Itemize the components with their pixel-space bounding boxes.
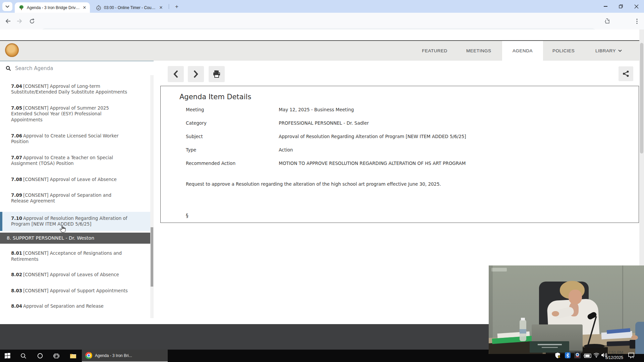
new-tab-button[interactable]: +: [172, 3, 181, 10]
agenda-item-7.05[interactable]: 7.05[CONSENT] Approval of Summer 2025 Ex…: [0, 105, 150, 123]
speaker-person-hand: [552, 311, 559, 316]
chevron-right-icon: [193, 70, 199, 78]
item-number: 7.04: [11, 84, 22, 89]
print-button[interactable]: [209, 66, 225, 82]
share-button[interactable]: [619, 66, 633, 81]
agenda-item-7.04[interactable]: 7.04[CONSENT] Approval of Long-term Subs…: [0, 83, 150, 95]
tab-close-icon[interactable]: ✕: [82, 5, 87, 10]
section-symbol: §: [186, 213, 189, 219]
section-number: 8.: [7, 235, 11, 241]
field-row-subject: SubjectApproval of Resolution Regarding …: [186, 134, 629, 139]
tab-title: 03:00 - Online Timer - Countdo: [104, 5, 156, 10]
nav-label: POLICIES: [552, 48, 575, 53]
item-number: 8.01: [11, 251, 22, 256]
agenda-item-8.02[interactable]: 8.02[CONSENT] Approval of Leaves of Abse…: [0, 272, 150, 278]
agenda-item-8.04-clipped[interactable]: 8.04Approval of Separation and Release: [0, 303, 150, 309]
taskbar-clock-date[interactable]: 5/12/2025: [599, 355, 623, 360]
start-button[interactable]: [1, 350, 14, 362]
field-value: May 12, 2025 - Business Meeting: [279, 107, 354, 112]
microphone-base: [584, 344, 605, 348]
item-text: Approval of Resolution Regarding Alterat…: [11, 216, 127, 227]
chrome-icon: [85, 352, 92, 359]
tab-search-button[interactable]: [2, 2, 12, 11]
bluetooth-icon: [565, 352, 571, 358]
extensions-button[interactable]: [602, 16, 612, 26]
item-number: 7.10: [11, 216, 22, 221]
nav-label: AGENDA: [513, 48, 533, 53]
battery-plug-icon: [584, 354, 592, 358]
search-agenda-input[interactable]: [14, 65, 154, 72]
field-value: MOTION TO APPROVE RESOLUTION REGARDING A…: [279, 161, 466, 166]
tab-separator: [169, 4, 169, 9]
agenda-search-row: [0, 61, 154, 75]
nav-featured[interactable]: FEATURED: [422, 41, 447, 61]
previous-item-button[interactable]: [168, 66, 184, 82]
item-description: Request to approve a Resolution regardin…: [186, 181, 441, 187]
item-number: 8.04: [11, 304, 22, 309]
field-row-recommended-action: Recommended ActionMOTION TO APPROVE RESO…: [186, 161, 629, 166]
agenda-item-7.09[interactable]: 7.09[CONSENT] Approval of Separation and…: [0, 192, 150, 204]
taskbar-clock-time[interactable]: 7:51 PM: [599, 350, 623, 355]
agenda-item-7.08[interactable]: 7.08[CONSENT] Approval of Leave of Absen…: [0, 177, 150, 182]
page-scrollbar-thumb[interactable]: [640, 43, 643, 154]
item-text: [CONSENT] Approval of Separation and Rel…: [11, 193, 111, 203]
agenda-item-8.01[interactable]: 8.01[CONSENT] Acceptance of Resignations…: [0, 250, 150, 262]
item-text: Approval of Separation and Release: [23, 304, 104, 309]
window-close-button[interactable]: [629, 0, 644, 13]
nav-policies[interactable]: POLICIES: [552, 41, 575, 61]
speaker-person-face: [569, 290, 582, 304]
window-restore-button[interactable]: [613, 0, 629, 13]
task-view-button[interactable]: [50, 350, 63, 362]
agenda-section-8[interactable]: 8. SUPPORT PERSONNEL - Dr. Weston: [0, 233, 150, 244]
wifi-icon: [593, 353, 600, 358]
agenda-item-7.06[interactable]: 7.06Approval to Create Licensed Social W…: [0, 133, 150, 145]
taskbar-search-button[interactable]: [17, 350, 30, 362]
browser-tab-strip: Agenda - 3 Iron Bridge Drive • ✕ 03:00 -…: [0, 0, 644, 13]
agenda-item-7.10-selected[interactable]: 7.10Approval of Resolution Regarding Alt…: [0, 212, 150, 231]
file-explorer-button[interactable]: [66, 350, 80, 362]
sidebar-scrollbar-thumb[interactable]: [151, 227, 153, 287]
agenda-item-8.03[interactable]: 8.03[CONSENT] Approval of Support Appoin…: [0, 288, 150, 294]
district-logo[interactable]: [5, 43, 19, 57]
action-center-button[interactable]: [628, 352, 635, 360]
taskbar-app-chrome[interactable]: Agenda - 3 Iron Bri...: [82, 350, 168, 362]
nav-agenda-active[interactable]: AGENDA: [502, 41, 543, 61]
tab-close-icon[interactable]: ✕: [158, 5, 164, 10]
search-icon: [6, 66, 11, 71]
item-text: [CONSENT] Approval of Support Appointmen…: [23, 288, 128, 293]
meeting-video-overlay[interactable]: [489, 265, 644, 354]
extensions-puzzle-icon: [605, 18, 610, 24]
reload-button[interactable]: [27, 16, 37, 26]
nav-meetings[interactable]: MEETINGS: [466, 41, 491, 61]
item-number: 7.07: [11, 155, 22, 160]
cortana-button[interactable]: [33, 350, 47, 362]
forward-button[interactable]: [15, 16, 25, 26]
tray-battery[interactable]: [584, 353, 592, 359]
browser-tab-agenda[interactable]: Agenda - 3 Iron Bridge Drive • ✕: [15, 2, 90, 13]
browser-menu-button[interactable]: [632, 16, 642, 26]
field-row-type: TypeAction: [186, 147, 629, 153]
item-number: 7.06: [11, 133, 22, 138]
defender-shield-icon: [555, 352, 560, 359]
agenda-item-7.07[interactable]: 7.07Approval to Create a Teacher on Spec…: [0, 155, 150, 167]
tray-wifi[interactable]: [593, 353, 600, 359]
browser-tab-timer[interactable]: 03:00 - Online Timer - Countdo ✕: [91, 2, 166, 13]
agenda-item-details-panel: Agenda Item Details MeetingMay 12, 2025 …: [160, 86, 639, 223]
close-icon: [634, 4, 639, 9]
sidebar-scrollbar[interactable]: [150, 75, 154, 318]
nameplate-line1: [538, 344, 562, 345]
nameplate-line2: [542, 347, 558, 348]
nav-library[interactable]: LIBRARY: [595, 41, 622, 61]
item-text: [CONSENT] Approval of Leaves of Absence: [23, 272, 119, 277]
tray-defender[interactable]: [555, 352, 560, 360]
field-label: Type: [186, 147, 279, 153]
next-item-button[interactable]: [188, 66, 204, 82]
app-badge-icon: [574, 352, 581, 358]
browser-toolbar: go.boarddocs.com/pa/perkiomen/Board.nsf/…: [0, 13, 644, 30]
tray-bluetooth[interactable]: [565, 352, 571, 360]
window-minimize-button[interactable]: [598, 0, 613, 13]
chevron-left-icon: [173, 70, 178, 78]
back-button[interactable]: [3, 16, 13, 26]
tray-app-icon[interactable]: [574, 352, 581, 360]
field-value: Approval of Resolution Regarding Alterat…: [279, 134, 466, 139]
